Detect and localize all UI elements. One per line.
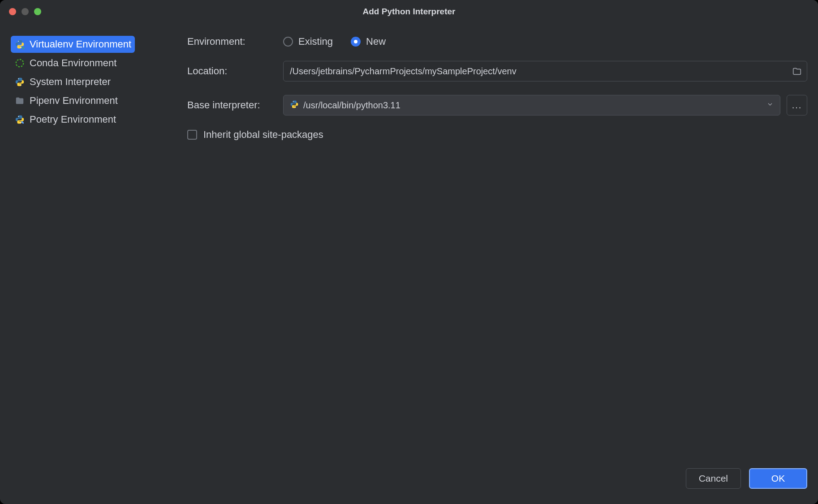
base-interpreter-combo[interactable]: /usr/local/bin/python3.11 xyxy=(283,95,780,115)
sidebar-item-conda[interactable]: Conda Environment xyxy=(11,55,120,72)
svg-point-1 xyxy=(21,47,22,48)
ok-button[interactable]: OK xyxy=(749,468,807,489)
folder-icon[interactable] xyxy=(792,66,802,76)
sidebar-item-label: Poetry Environment xyxy=(30,114,116,125)
svg-point-7 xyxy=(21,122,22,123)
sidebar-item-pipenv[interactable]: Pipenv Environment xyxy=(11,92,121,109)
poetry-icon xyxy=(14,114,25,125)
cancel-button-label: Cancel xyxy=(699,473,728,484)
inherit-row: Inherit global site-packages xyxy=(187,129,807,141)
svg-point-0 xyxy=(18,41,19,42)
radio-existing-label: Existing xyxy=(298,36,333,47)
radio-existing[interactable]: Existing xyxy=(283,36,333,47)
conda-icon xyxy=(14,58,25,68)
svg-point-8 xyxy=(293,101,294,102)
titlebar: Add Python Interpreter xyxy=(0,0,818,23)
ellipsis-icon: ... xyxy=(792,100,802,111)
base-interpreter-controls: /usr/local/bin/python3.11 ... xyxy=(283,95,807,115)
inherit-label: Inherit global site-packages xyxy=(203,129,323,141)
sidebar-item-system[interactable]: System Interpreter xyxy=(11,73,114,90)
radio-new-label: New xyxy=(366,36,386,47)
minimize-window-button[interactable] xyxy=(22,8,29,15)
svg-point-4 xyxy=(18,78,19,79)
main-form: Environment: Existing New Location: xyxy=(177,36,807,464)
browse-interpreter-button[interactable]: ... xyxy=(787,95,807,115)
pipenv-icon xyxy=(14,95,25,106)
svg-point-3 xyxy=(16,60,24,67)
dialog-body: V Virtualenv Environment Conda Environme… xyxy=(0,23,818,464)
svg-point-9 xyxy=(295,107,296,107)
sidebar-item-poetry[interactable]: Poetry Environment xyxy=(11,111,120,128)
window-controls xyxy=(0,8,41,15)
environment-radio-group: Existing New xyxy=(283,36,386,47)
chevron-down-icon xyxy=(766,101,774,110)
python-icon xyxy=(14,77,25,87)
location-input-wrap xyxy=(283,61,807,81)
cancel-button[interactable]: Cancel xyxy=(686,468,741,489)
sidebar-item-label: Pipenv Environment xyxy=(30,95,118,107)
location-row: Location: xyxy=(187,61,807,81)
ok-button-label: OK xyxy=(771,473,785,484)
python-icon xyxy=(290,100,299,111)
location-input[interactable] xyxy=(283,61,807,81)
inherit-checkbox[interactable] xyxy=(187,130,197,140)
radio-existing-circle xyxy=(283,37,293,47)
close-window-button[interactable] xyxy=(9,8,16,15)
sidebar-item-label: System Interpreter xyxy=(30,76,111,88)
sidebar-item-label: Virtualenv Environment xyxy=(30,38,131,50)
base-interpreter-value: /usr/local/bin/python3.11 xyxy=(303,100,762,111)
radio-new-circle xyxy=(351,37,361,47)
radio-new[interactable]: New xyxy=(351,36,386,47)
environment-row: Environment: Existing New xyxy=(187,36,807,47)
svg-point-5 xyxy=(21,85,22,85)
python-virtualenv-icon: V xyxy=(14,39,25,50)
sidebar-item-virtualenv[interactable]: V Virtualenv Environment xyxy=(11,36,135,53)
dialog-window: Add Python Interpreter V Virtualenv Envi… xyxy=(0,0,818,504)
environment-label: Environment: xyxy=(187,36,283,47)
sidebar-item-label: Conda Environment xyxy=(30,57,116,69)
base-interpreter-row: Base interpreter: /usr/local/bin/python3… xyxy=(187,95,807,115)
base-interpreter-label: Base interpreter: xyxy=(187,99,283,111)
interpreter-type-sidebar: V Virtualenv Environment Conda Environme… xyxy=(11,36,177,464)
inherit-checkbox-row: Inherit global site-packages xyxy=(187,129,323,141)
window-title: Add Python Interpreter xyxy=(363,7,456,17)
svg-point-6 xyxy=(18,116,19,117)
dialog-footer: Cancel OK xyxy=(0,464,818,504)
svg-text:V: V xyxy=(22,46,25,49)
maximize-window-button[interactable] xyxy=(34,8,41,15)
location-label: Location: xyxy=(187,65,283,77)
